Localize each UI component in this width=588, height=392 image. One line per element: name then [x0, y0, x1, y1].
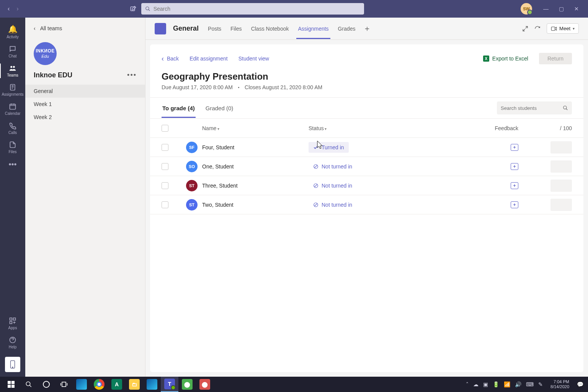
status-badge[interactable]: Not turned in	[309, 180, 357, 191]
col-status[interactable]: Status	[309, 125, 423, 131]
taskbar-teams[interactable]: T	[161, 377, 178, 392]
export-excel-button[interactable]: Export to Excel	[483, 56, 528, 62]
status-badge[interactable]: Not turned in	[309, 161, 357, 172]
team-name: Inknoe EDU	[34, 71, 72, 79]
rail-mobile-button[interactable]	[5, 357, 20, 372]
search-students-input[interactable]	[501, 105, 563, 111]
tray-app-icon[interactable]: ▣	[483, 381, 488, 387]
rail-apps[interactable]: Apps	[0, 314, 25, 333]
edit-assignment-link[interactable]: Edit assignment	[189, 56, 228, 62]
nav-forward-icon[interactable]: ›	[16, 5, 18, 12]
status-badge[interactable]: Not turned in	[309, 199, 357, 210]
window-close-icon[interactable]: ✕	[569, 6, 584, 12]
rail-files[interactable]: Files	[0, 138, 25, 157]
onedrive-icon[interactable]: ☁	[473, 381, 479, 387]
taskbar-snagit[interactable]: ⬤	[196, 377, 214, 392]
ellipsis-icon: •••	[8, 160, 16, 169]
window-maximize-icon[interactable]: ▢	[554, 6, 569, 12]
windows-taskbar: A 🗀 T ⬤ ⬤ ˄ ☁ ▣ 🔋 📶 🔊 ⌨ ✎ 7:04 PM 8/14/2…	[0, 377, 588, 392]
row-checkbox[interactable]	[162, 201, 168, 208]
rail-teams[interactable]: Teams	[0, 61, 25, 80]
taskbar-explorer[interactable]: 🗀	[126, 377, 143, 392]
tab-classnotebook[interactable]: Class Notebook	[250, 19, 291, 39]
search-students-box[interactable]	[497, 101, 572, 114]
rail-more[interactable]: •••	[0, 157, 25, 173]
rail-label: Assignments	[2, 92, 23, 96]
tray-chevron-icon[interactable]: ˄	[466, 381, 469, 387]
wifi-icon[interactable]: 📶	[504, 381, 510, 387]
table-row[interactable]: SOOne, StudentNot turned in	[150, 157, 583, 176]
compose-icon[interactable]	[130, 5, 137, 12]
status-icon	[313, 183, 318, 188]
back-button[interactable]: ‹ Back	[162, 55, 179, 63]
grade-input[interactable]	[550, 160, 572, 173]
feedback-icon[interactable]	[511, 163, 518, 170]
battery-icon[interactable]: 🔋	[493, 381, 499, 387]
feedback-icon[interactable]	[511, 182, 518, 189]
feedback-icon[interactable]	[511, 144, 518, 151]
student-view-link[interactable]: Student view	[238, 56, 269, 62]
rail-assignments[interactable]: Assignments	[0, 80, 25, 100]
col-name[interactable]: Name	[186, 125, 309, 131]
taskbar-camtasia[interactable]: ⬤	[178, 377, 196, 392]
row-checkbox[interactable]	[162, 182, 168, 189]
taskbar-chrome[interactable]	[90, 377, 108, 392]
tab-assignments[interactable]: Assignments	[296, 19, 330, 39]
notifications-icon[interactable]: 💬	[577, 381, 583, 387]
window-minimize-icon[interactable]: ―	[538, 6, 554, 12]
expand-icon[interactable]	[522, 26, 528, 32]
rail-calls[interactable]: Calls	[0, 119, 25, 138]
student-name: Three, Student	[202, 183, 238, 189]
channel-header: General Posts Files Class Notebook Assig…	[145, 18, 588, 40]
pen-icon[interactable]: ✎	[538, 381, 543, 387]
system-tray[interactable]: ˄ ☁ ▣ 🔋 📶 🔊 ⌨ ✎ 7:04 PM 8/14/2020 💬	[466, 379, 586, 389]
tab-graded[interactable]: Graded (0)	[205, 99, 234, 118]
grade-input[interactable]	[550, 199, 572, 211]
all-teams-link[interactable]: ‹ All teams	[25, 21, 145, 35]
tab-posts[interactable]: Posts	[206, 19, 223, 39]
feedback-icon[interactable]	[511, 201, 518, 208]
taskbar-app-a[interactable]: A	[108, 377, 126, 392]
add-tab-icon[interactable]: ＋	[363, 23, 371, 34]
volume-icon[interactable]: 🔊	[515, 381, 521, 387]
taskbar-edge[interactable]	[73, 377, 90, 392]
taskbar-cortana[interactable]	[38, 377, 55, 392]
table-row[interactable]: STTwo, StudentNot turned in	[150, 195, 583, 214]
taskbar-search[interactable]	[20, 377, 38, 392]
row-checkbox[interactable]	[162, 144, 168, 151]
back-label: Back	[167, 56, 179, 62]
rail-chat[interactable]: Chat	[0, 42, 25, 61]
meet-button[interactable]: Meet ▾	[547, 23, 579, 34]
start-button[interactable]	[2, 377, 20, 392]
channel-week2[interactable]: Week 2	[25, 111, 145, 124]
taskbar-clock[interactable]: 7:04 PM 8/14/2020	[547, 379, 572, 389]
task-view[interactable]	[55, 377, 73, 392]
nav-back-icon[interactable]: ‹	[8, 5, 10, 12]
channel-general[interactable]: General	[25, 85, 145, 98]
team-more-icon[interactable]: •••	[127, 71, 137, 79]
rail-label: Apps	[8, 326, 17, 330]
refresh-icon[interactable]	[534, 26, 541, 32]
tab-to-grade[interactable]: To grade (4)	[162, 99, 196, 118]
team-avatar[interactable]: INKИOE Edu	[34, 42, 57, 65]
tab-files[interactable]: Files	[229, 19, 243, 39]
search-input[interactable]	[154, 6, 360, 12]
search-box[interactable]	[141, 3, 364, 15]
row-checkbox[interactable]	[162, 163, 168, 170]
select-all-checkbox[interactable]	[162, 125, 168, 132]
taskbar-edge2[interactable]	[143, 377, 161, 392]
status-badge[interactable]: Turned in	[309, 142, 349, 153]
assignment-toolbar: ‹ Back Edit assignment Student view Expo…	[150, 44, 583, 68]
language-icon[interactable]: ⌨	[526, 381, 534, 387]
profile-avatar[interactable]: SW	[521, 3, 532, 15]
table-row[interactable]: STThree, StudentNot turned in	[150, 176, 583, 195]
rail-help[interactable]: Help	[0, 333, 25, 352]
table-row[interactable]: SFFour, StudentTurned in	[150, 138, 583, 157]
rail-calendar[interactable]: Calendar	[0, 100, 25, 119]
channel-week1[interactable]: Week 1	[25, 98, 145, 111]
team-badge-l1: INKИOE	[36, 49, 55, 54]
tab-grades[interactable]: Grades	[336, 19, 357, 39]
rail-activity[interactable]: 🔔 Activity	[0, 21, 25, 42]
grade-input[interactable]	[550, 180, 572, 192]
grade-input[interactable]	[550, 141, 572, 154]
